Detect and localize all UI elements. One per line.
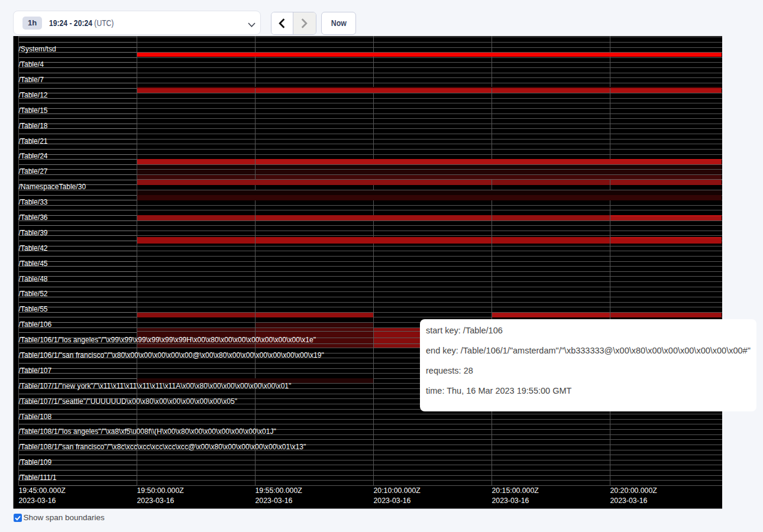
svg-text:/Table/108: /Table/108 — [19, 413, 52, 421]
svg-text:/Table/111/1: /Table/111/1 — [19, 473, 57, 482]
svg-text:/Table/12: /Table/12 — [19, 91, 48, 99]
svg-text:/Table/48: /Table/48 — [19, 275, 48, 283]
svg-text:2023-03-16: 2023-03-16 — [19, 497, 56, 505]
svg-text:/Table/21: /Table/21 — [19, 137, 48, 145]
svg-text:/Table/106/1/"san francisco"/": /Table/106/1/"san francisco"/"\x80\x00\x… — [19, 351, 324, 359]
svg-text:/Table/4: /Table/4 — [19, 60, 44, 69]
svg-text:/Table/106: /Table/106 — [19, 320, 52, 329]
svg-text:2023-03-16: 2023-03-16 — [610, 497, 648, 505]
svg-text:/Table/107/1/"seattle"/"UUUUUU: /Table/107/1/"seattle"/"UUUUUUD\x00\x80\… — [19, 397, 237, 406]
svg-text:20:15:00.000Z: 20:15:00.000Z — [492, 486, 539, 495]
svg-text:/Table/52: /Table/52 — [19, 290, 48, 298]
svg-text:2023-03-16: 2023-03-16 — [492, 497, 529, 505]
svg-text:/Table/27: /Table/27 — [19, 167, 48, 176]
svg-text:/Table/106/1/"los angeles"/"\x: /Table/106/1/"los angeles"/"\x99\x99\x99… — [19, 336, 316, 344]
svg-text:/Table/24: /Table/24 — [19, 152, 48, 160]
svg-text:2023-03-16: 2023-03-16 — [256, 497, 293, 505]
svg-text:/System/tsd: /System/tsd — [19, 45, 56, 53]
svg-text:19:45:00.000Z: 19:45:00.000Z — [19, 486, 66, 495]
svg-text:/Table/42: /Table/42 — [19, 244, 48, 252]
svg-text:/Table/18: /Table/18 — [19, 122, 48, 130]
svg-text:/Table/107/1/"new york"/"\x11\: /Table/107/1/"new york"/"\x11\x11\x11\x1… — [19, 382, 292, 390]
svg-text:/Table/33: /Table/33 — [19, 198, 48, 206]
svg-text:/Table/45: /Table/45 — [19, 259, 48, 268]
svg-text:/Table/107: /Table/107 — [19, 366, 52, 375]
svg-text:/NamespaceTable/30: /NamespaceTable/30 — [19, 183, 86, 191]
svg-text:/Table/15: /Table/15 — [19, 106, 48, 115]
svg-text:/Table/108/1/"los angeles"/"\x: /Table/108/1/"los angeles"/"\xa8\xf5\u00… — [19, 427, 276, 436]
svg-text:19:55:00.000Z: 19:55:00.000Z — [256, 486, 303, 495]
svg-text:2023-03-16: 2023-03-16 — [137, 497, 174, 505]
svg-text:/Table/36: /Table/36 — [19, 213, 48, 222]
svg-text:/Table/39: /Table/39 — [19, 229, 48, 237]
svg-text:/Table/108/1/"san francisco"/": /Table/108/1/"san francisco"/"\x8c\xcc\x… — [19, 443, 306, 451]
svg-text:2023-03-16: 2023-03-16 — [374, 497, 411, 505]
svg-text:20:20:00.000Z: 20:20:00.000Z — [610, 486, 658, 495]
svg-text:20:10:00.000Z: 20:10:00.000Z — [374, 486, 421, 495]
svg-text:/Table/55: /Table/55 — [19, 305, 48, 313]
svg-text:/Table/7: /Table/7 — [19, 76, 44, 84]
svg-text:/Table/109: /Table/109 — [19, 458, 52, 466]
svg-text:19:50:00.000Z: 19:50:00.000Z — [137, 486, 185, 495]
